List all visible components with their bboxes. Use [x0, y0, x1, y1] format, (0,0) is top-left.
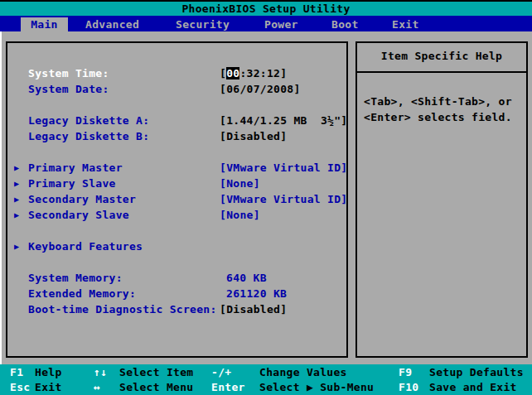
- tab-boot[interactable]: Boot: [331, 18, 359, 31]
- enter-key: Enter: [211, 380, 245, 395]
- system-time-label: System Time:: [28, 65, 109, 81]
- boot-time-diagnostic-value[interactable]: [Disabled]: [220, 301, 287, 317]
- row-primary-slave[interactable]: ▶ Primary Slave [None]: [0, 176, 348, 191]
- f10-key: F10: [399, 380, 418, 395]
- help-text-line1: <Tab>, <Shift-Tab>, or: [364, 94, 512, 109]
- system-memory-value: 640 KB: [226, 270, 267, 286]
- extended-memory-label: Extended Memory:: [28, 286, 136, 301]
- tab-power[interactable]: Power: [264, 18, 298, 31]
- row-legacy-diskette-a[interactable]: Legacy Diskette A: [1.44/1.25 MB 3½"]: [0, 113, 348, 128]
- system-time-value[interactable]: [00:32:12]: [220, 65, 287, 81]
- row-legacy-diskette-b[interactable]: Legacy Diskette B: [Disabled]: [0, 128, 348, 144]
- f1-key-label: Help: [35, 365, 62, 380]
- extended-memory-value: 261120 KB: [226, 286, 287, 301]
- save-exit-label: Save and Exit: [429, 380, 517, 395]
- submenu-arrow-icon: ▶: [14, 207, 19, 223]
- row-secondary-master[interactable]: ▶ Secondary Master [VMware Virtual ID]: [0, 191, 348, 207]
- row-system-date[interactable]: System Date: [06/07/2008]: [0, 81, 348, 97]
- secondary-master-value: [VMware Virtual ID]: [220, 191, 347, 207]
- primary-slave-label: Primary Slave: [28, 176, 116, 191]
- help-panel-divider: [357, 71, 526, 73]
- minus-plus-key: -/+: [211, 365, 231, 380]
- row-system-time[interactable]: System Time: [00:32:12]: [0, 65, 348, 81]
- row-keyboard-features[interactable]: ▶ Keyboard Features: [0, 238, 348, 254]
- bios-setup-screen: PhoenixBIOS Setup Utility Main Advanced …: [0, 0, 532, 395]
- system-date-value[interactable]: [06/07/2008]: [220, 81, 301, 97]
- setup-defaults-label: Setup Defaults: [429, 365, 524, 380]
- primary-master-label: Primary Master: [28, 160, 123, 176]
- tab-exit[interactable]: Exit: [392, 18, 419, 31]
- system-time-suffix: :32:12]: [239, 67, 287, 79]
- boot-time-diagnostic-label: Boot-time Diagnostic Screen:: [28, 301, 217, 317]
- submenu-arrow-icon: ▶: [14, 191, 19, 207]
- system-date-label: System Date:: [28, 81, 109, 97]
- legacy-diskette-b-value[interactable]: [Disabled]: [220, 128, 287, 144]
- submenu-arrow-icon: ▶: [14, 160, 19, 176]
- secondary-slave-label: Secondary Slave: [28, 207, 129, 223]
- select-submenu-label: Select ▶ Sub-Menu: [259, 380, 374, 395]
- title-bar: PhoenixBIOS Setup Utility: [0, 2, 532, 16]
- item-specific-help-panel: Item Specific Help <Tab>, <Shift-Tab>, o…: [355, 41, 528, 358]
- row-system-memory: System Memory: 640 KB: [0, 270, 348, 286]
- help-text-line2: <Enter> selects field.: [364, 109, 512, 125]
- f9-key: F9: [399, 365, 412, 380]
- system-time-hours-selected[interactable]: 00: [226, 67, 239, 79]
- row-secondary-slave[interactable]: ▶ Secondary Slave [None]: [0, 207, 348, 223]
- row-boot-time-diagnostic[interactable]: Boot-time Diagnostic Screen: [Disabled]: [0, 301, 348, 317]
- left-right-arrows-icon: ↔: [94, 380, 100, 395]
- row-primary-master[interactable]: ▶ Primary Master [VMware Virtual ID]: [0, 160, 348, 176]
- submenu-arrow-icon: ▶: [14, 238, 19, 254]
- up-down-arrows-icon: ↑↓: [94, 365, 107, 380]
- change-values-label: Change Values: [259, 365, 347, 380]
- help-panel-title: Item Specific Help: [357, 50, 526, 62]
- esc-key-label: Exit: [35, 380, 62, 395]
- select-menu-label: Select Menu: [119, 380, 193, 395]
- secondary-master-label: Secondary Master: [28, 191, 136, 207]
- tab-security[interactable]: Security: [176, 18, 230, 31]
- system-memory-label: System Memory:: [28, 270, 123, 286]
- secondary-slave-value: [None]: [220, 207, 260, 223]
- primary-slave-value: [None]: [220, 176, 260, 191]
- esc-key: Esc: [10, 380, 30, 395]
- keyboard-features-label: Keyboard Features: [28, 238, 143, 254]
- system-time-prefix: [: [220, 67, 226, 79]
- app-title: PhoenixBIOS Setup Utility: [181, 2, 350, 15]
- legacy-diskette-a-label: Legacy Diskette A:: [28, 113, 149, 128]
- menu-bar: Main Advanced Security Power Boot Exit: [0, 16, 532, 31]
- primary-master-value: [VMware Virtual ID]: [220, 160, 347, 176]
- submenu-arrow-icon: ▶: [14, 176, 19, 191]
- tab-advanced[interactable]: Advanced: [85, 18, 139, 31]
- legacy-diskette-b-label: Legacy Diskette B:: [28, 128, 149, 144]
- tab-main[interactable]: Main: [21, 17, 68, 31]
- select-item-label: Select Item: [119, 365, 193, 380]
- row-extended-memory: Extended Memory: 261120 KB: [0, 286, 348, 301]
- key-legend-bar: F1 Help ↑↓ Select Item -/+ Change Values…: [0, 364, 532, 395]
- legacy-diskette-a-value[interactable]: [1.44/1.25 MB 3½"]: [220, 113, 347, 128]
- f1-key: F1: [10, 365, 23, 380]
